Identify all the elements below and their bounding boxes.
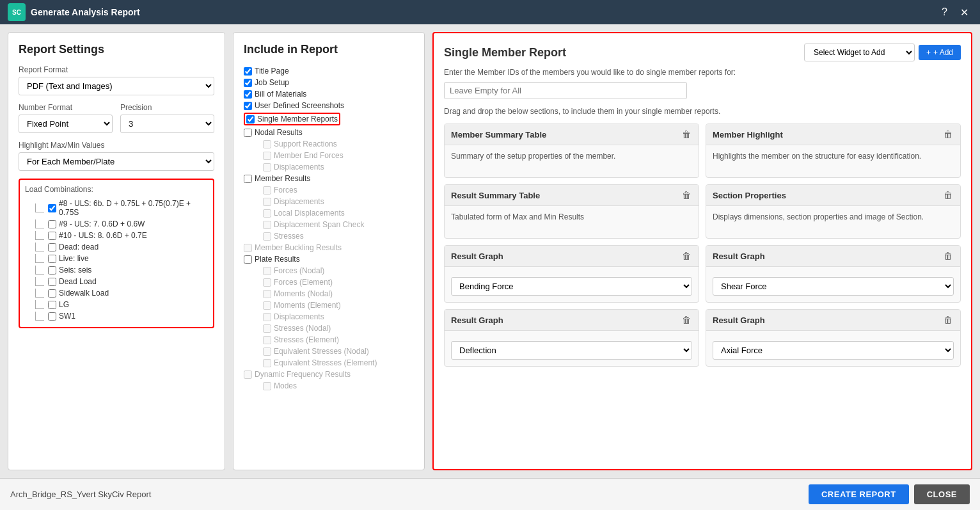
- ir11-checkbox[interactable]: [263, 186, 271, 195]
- ir26-label: Equivalent Stresses (Element): [274, 358, 377, 367]
- widget-card-section-properties: Section Properties 🗑 Displays dimensions…: [706, 184, 961, 239]
- app-logo: SC: [8, 3, 26, 21]
- window-close-button[interactable]: ✕: [956, 5, 972, 20]
- tree-connector: [35, 312, 44, 321]
- result-graph-select-3[interactable]: Bending Force Shear Force Deflection Axi…: [451, 341, 692, 360]
- lc5-checkbox[interactable]: [48, 255, 56, 263]
- number-format-group: Number Format Fixed Point Scientific: [19, 103, 113, 133]
- widget-description: Summary of the setup properties of the m…: [451, 152, 615, 161]
- ir14-checkbox[interactable]: [263, 221, 271, 229]
- lc1-label: #8 - ULS: 6b. D + 0.75L + 0.75(0.7)E + 0…: [59, 199, 208, 217]
- ir6-checkbox[interactable]: [244, 129, 252, 137]
- precision-select[interactable]: 3 2 4 5: [120, 115, 214, 133]
- widget-delete-button[interactable]: 🗑: [681, 251, 692, 261]
- widget-card-body: Bending Force Shear Force Deflection Axi…: [445, 267, 699, 302]
- ir8-checkbox[interactable]: [263, 152, 271, 160]
- widget-card-body: Bending Force Shear Force Deflection Axi…: [706, 331, 960, 366]
- widget-card-body: Summary of the setup properties of the m…: [445, 145, 699, 177]
- lc3-label: #10 - ULS: 8. 0.6D + 0.7E: [59, 231, 147, 240]
- close-button[interactable]: CLOSE: [914, 484, 970, 504]
- item-label: Member Results: [244, 174, 414, 183]
- widget-title-member-summary: Member Summary Table: [451, 130, 546, 139]
- lc1-checkbox[interactable]: [48, 204, 56, 212]
- widget-delete-button[interactable]: 🗑: [942, 129, 954, 139]
- ir18-checkbox[interactable]: [263, 267, 271, 275]
- ir23-checkbox[interactable]: [263, 324, 271, 333]
- ir3-checkbox[interactable]: [244, 90, 252, 99]
- ir21-checkbox[interactable]: [263, 301, 271, 310]
- create-report-button[interactable]: CREATE REPORT: [809, 484, 909, 504]
- select-widget-dropdown[interactable]: Select Widget to Add Member Summary Tabl…: [804, 44, 915, 61]
- ir7-label: Support Reactions: [274, 139, 337, 148]
- help-button[interactable]: ?: [938, 5, 951, 19]
- widget-delete-button[interactable]: 🗑: [681, 315, 692, 325]
- widget-delete-button[interactable]: 🗑: [942, 251, 954, 261]
- ir5-checkbox[interactable]: [246, 115, 255, 124]
- ir20-checkbox[interactable]: [263, 290, 271, 298]
- ir12-checkbox[interactable]: [263, 198, 271, 206]
- ir26-checkbox[interactable]: [263, 359, 271, 367]
- report-format-select[interactable]: PDF (Text and Images) Word Document HTML: [19, 77, 214, 95]
- ir24-checkbox[interactable]: [263, 336, 271, 344]
- ir28-checkbox[interactable]: [263, 382, 271, 390]
- list-item: Local Displacements: [244, 207, 414, 219]
- widget-delete-button[interactable]: 🗑: [942, 315, 954, 325]
- ir4-checkbox[interactable]: [244, 102, 252, 110]
- ir27-label: Dynamic Frequency Results: [255, 370, 351, 379]
- ir9-checkbox[interactable]: [263, 163, 271, 171]
- widget-delete-button[interactable]: 🗑: [681, 129, 692, 139]
- ir17-label: Plate Results: [255, 255, 300, 264]
- ir6-label: Nodal Results: [255, 128, 303, 137]
- smr-drag-description: Drag and drop the below sections, to inc…: [444, 107, 961, 116]
- ir13-checkbox[interactable]: [263, 209, 271, 218]
- highlight-select[interactable]: For Each Member/Plate Global None: [19, 152, 214, 171]
- list-item: Displacements: [244, 311, 414, 323]
- ir16-checkbox[interactable]: [244, 244, 252, 252]
- ir28-label: Modes: [274, 381, 297, 390]
- list-item: #10 - ULS: 8. 0.6D + 0.7E: [25, 230, 208, 241]
- lc4-checkbox[interactable]: [48, 243, 56, 251]
- lc7-checkbox[interactable]: [48, 278, 56, 286]
- widget-delete-button[interactable]: 🗑: [681, 190, 692, 200]
- ir7-checkbox[interactable]: [263, 140, 271, 148]
- item-label: Equivalent Stresses (Element): [263, 358, 414, 367]
- ir25-checkbox[interactable]: [263, 347, 271, 356]
- lc3-checkbox[interactable]: [48, 232, 56, 240]
- widget-title-result-graph-2: Result Graph: [713, 251, 765, 261]
- ir22-checkbox[interactable]: [263, 313, 271, 321]
- widget-card-member-highlight: Member Highlight 🗑 Highlights the member…: [706, 124, 961, 178]
- widget-card-body: Tabulated form of Max and Min Results: [445, 206, 699, 238]
- ir10-checkbox[interactable]: [244, 175, 252, 183]
- ir2-checkbox[interactable]: [244, 79, 252, 87]
- precision-label: Precision: [120, 103, 214, 112]
- ir5-label: Single Member Reports: [257, 115, 338, 124]
- ir20-label: Moments (Nodal): [274, 289, 333, 298]
- result-graph-select-1[interactable]: Bending Force Shear Force Deflection Axi…: [451, 277, 692, 296]
- number-format-select[interactable]: Fixed Point Scientific: [19, 115, 113, 133]
- item-label: Displacements: [263, 163, 414, 171]
- list-item: Dead: dead: [25, 241, 208, 253]
- member-ids-input[interactable]: [444, 82, 687, 99]
- lc6-checkbox[interactable]: [48, 266, 56, 275]
- ir17-checkbox[interactable]: [244, 255, 252, 264]
- add-widget-button[interactable]: + + Add: [919, 45, 961, 60]
- lc2-checkbox[interactable]: [48, 220, 56, 228]
- list-item: Displacements: [244, 196, 414, 207]
- ir24-label: Stresses (Element): [274, 335, 339, 344]
- lc8-checkbox[interactable]: [48, 289, 56, 298]
- result-graph-select-2[interactable]: Bending Force Shear Force Deflection Axi…: [713, 277, 954, 296]
- ir27-checkbox[interactable]: [244, 371, 252, 379]
- tree-connector: [35, 203, 44, 212]
- widget-card-header: Result Graph 🗑: [445, 246, 699, 267]
- ir15-checkbox[interactable]: [263, 232, 271, 241]
- item-label: Nodal Results: [244, 128, 414, 137]
- lc9-checkbox[interactable]: [48, 301, 56, 309]
- lc10-checkbox[interactable]: [48, 312, 56, 321]
- result-graph-select-4[interactable]: Bending Force Shear Force Deflection Axi…: [713, 341, 954, 360]
- ir1-checkbox[interactable]: [244, 67, 252, 76]
- ir4-label: User Defined Screenshots: [255, 101, 344, 110]
- item-label: Stresses: [263, 232, 414, 241]
- ir19-checkbox[interactable]: [263, 278, 271, 287]
- tree-connector: [35, 289, 44, 298]
- widget-delete-button[interactable]: 🗑: [942, 190, 954, 200]
